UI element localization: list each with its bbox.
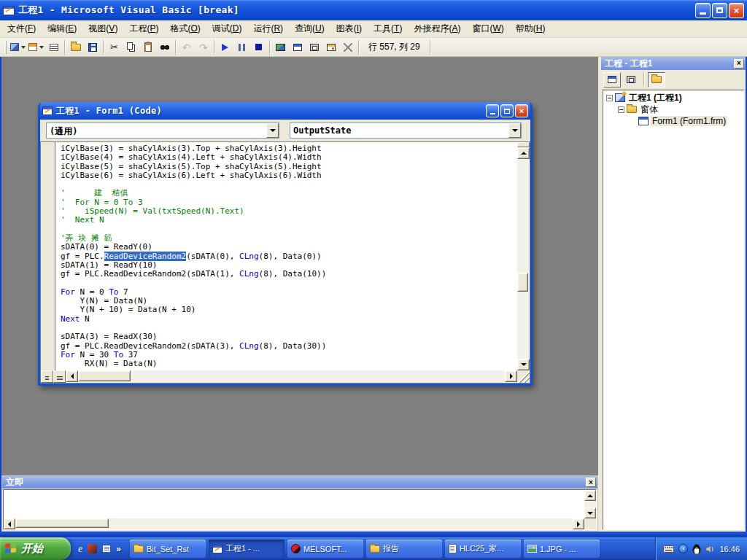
menu-editor-button[interactable] xyxy=(45,39,62,55)
copy-button[interactable] xyxy=(123,39,139,55)
breakpoint-margin[interactable] xyxy=(41,142,55,370)
taskbar-task-folder[interactable]: Bit_Set_Rst xyxy=(130,540,206,558)
cut-button[interactable]: ✂ xyxy=(106,39,123,55)
pause-button[interactable] xyxy=(233,39,250,55)
project-explorer-button[interactable] xyxy=(272,39,289,55)
add-form-button[interactable] xyxy=(27,39,45,55)
scroll-thumb[interactable] xyxy=(517,273,528,292)
project-panel-close-button[interactable]: × xyxy=(734,59,744,69)
scroll-track[interactable] xyxy=(584,501,596,508)
dropdown-arrow-button[interactable] xyxy=(508,123,521,138)
toolbox-button[interactable] xyxy=(339,39,356,55)
scroll-thumb[interactable] xyxy=(15,518,109,528)
minimize-button[interactable] xyxy=(695,3,711,18)
taskbar-task-folder[interactable]: 报告 xyxy=(366,540,442,558)
undo-button[interactable]: ↶ xyxy=(178,39,195,55)
scroll-right-button[interactable] xyxy=(505,370,517,382)
menu-item-p[interactable]: 工程(P) xyxy=(123,20,164,37)
menu-item-u[interactable]: 查询(U) xyxy=(289,20,330,37)
menu-item-a[interactable]: 外接程序(A) xyxy=(408,20,466,37)
keyboard-icon[interactable] xyxy=(663,545,674,553)
immediate-content[interactable] xyxy=(3,489,597,530)
code-restore-button[interactable] xyxy=(500,104,514,117)
code-editor-area[interactable]: iCylBase(3) = shaCylAxis(3).Top + shaCyl… xyxy=(40,141,530,384)
scroll-up-button[interactable] xyxy=(584,490,596,501)
save-button[interactable] xyxy=(84,39,101,55)
taskbar-task-doc[interactable]: HLC25_家... xyxy=(445,540,521,558)
start-button[interactable]: 开始 xyxy=(0,537,71,560)
scroll-track[interactable] xyxy=(517,159,530,359)
ie-icon[interactable]: e xyxy=(78,543,82,555)
download-tray-icon[interactable]: ‹ xyxy=(678,544,688,553)
menu-item-e[interactable]: 编辑(E) xyxy=(42,20,82,37)
scroll-thumb[interactable] xyxy=(78,370,131,381)
tree-expander-minus[interactable] xyxy=(618,106,624,113)
quicklaunch-app-icon[interactable] xyxy=(88,544,97,553)
qq-penguin-icon[interactable] xyxy=(692,544,701,554)
properties-window-button[interactable] xyxy=(289,39,306,55)
tree-item[interactable]: Form1 (Form1.frm) xyxy=(605,115,743,127)
add-form-icon xyxy=(28,43,37,51)
tree-expander-minus[interactable] xyxy=(606,95,613,101)
object-browser-button[interactable] xyxy=(322,39,339,55)
code-close-button[interactable]: × xyxy=(515,104,528,117)
maximize-button[interactable] xyxy=(712,3,727,18)
menu-item-v[interactable]: 视图(V) xyxy=(82,20,123,37)
add-project-button[interactable] xyxy=(9,39,27,55)
paste-button[interactable] xyxy=(139,39,156,55)
immediate-close-button[interactable]: × xyxy=(586,478,596,487)
view-code-button[interactable] xyxy=(603,72,621,88)
object-dropdown[interactable]: (通用) xyxy=(46,122,279,139)
taskbar-task-melsoft[interactable]: MELSOFT... xyxy=(287,540,363,558)
find-button[interactable] xyxy=(156,39,173,55)
split-handle[interactable] xyxy=(517,142,530,147)
menu-item-i[interactable]: 图表(I) xyxy=(330,20,368,37)
taskbar-task-image[interactable]: 1.JPG - ... xyxy=(524,540,600,558)
tree-item[interactable]: 窗体 xyxy=(605,104,743,115)
full-module-view-button[interactable] xyxy=(53,370,66,383)
menu-item-w[interactable]: 窗口(W) xyxy=(466,20,509,37)
open-button[interactable] xyxy=(67,39,84,55)
toggle-folders-button[interactable] xyxy=(648,72,665,88)
form-layout-button[interactable] xyxy=(306,39,322,55)
scroll-track[interactable] xyxy=(131,370,505,383)
scroll-down-button[interactable] xyxy=(517,359,530,370)
stop-button[interactable] xyxy=(250,39,267,55)
view-object-button[interactable] xyxy=(622,72,640,88)
run-button[interactable] xyxy=(217,39,233,55)
code-token: ' Next N xyxy=(61,215,104,225)
add-project-icon xyxy=(10,43,19,51)
immediate-vertical-scrollbar[interactable] xyxy=(584,490,596,518)
menu-item-t[interactable]: 工具(T) xyxy=(368,20,408,37)
menu-item-r[interactable]: 运行(R) xyxy=(247,20,289,37)
close-button[interactable]: × xyxy=(729,3,744,18)
code-token: N = 0 xyxy=(75,287,109,297)
form-icon xyxy=(638,117,649,125)
resize-grip[interactable] xyxy=(517,370,530,383)
volume-icon[interactable] xyxy=(705,545,715,553)
procedure-view-button[interactable] xyxy=(41,370,53,383)
menu-item-o[interactable]: 格式(O) xyxy=(164,20,206,37)
scroll-down-button[interactable] xyxy=(584,508,596,518)
tree-item[interactable]: 工程1 (工程1) xyxy=(605,92,743,104)
menu-item-d[interactable]: 调试(D) xyxy=(206,20,248,37)
scroll-left-button[interactable] xyxy=(66,370,78,382)
explorer-doc-icon[interactable] xyxy=(102,545,111,553)
overflow-chevron[interactable]: » xyxy=(116,544,121,554)
toolbar-grip[interactable] xyxy=(4,41,7,54)
code-text[interactable]: iCylBase(3) = shaCylAxis(3).Top + shaCyl… xyxy=(56,142,517,370)
taskbar-task-vb[interactable]: 工程1 - ... xyxy=(209,540,285,558)
menu-item-f[interactable]: 文件(F) xyxy=(1,20,42,37)
procedure-dropdown[interactable]: OutputState xyxy=(290,122,522,139)
scroll-up-button[interactable] xyxy=(517,147,530,159)
menu-item-h[interactable]: 帮助(H) xyxy=(510,20,551,37)
scroll-right-button[interactable] xyxy=(573,518,584,529)
scroll-left-button[interactable] xyxy=(4,518,15,529)
dropdown-arrow-button[interactable] xyxy=(266,123,279,138)
scroll-track[interactable] xyxy=(109,518,573,529)
code-vertical-scrollbar[interactable] xyxy=(517,142,530,370)
redo-button[interactable]: ↷ xyxy=(195,39,212,55)
code-minimize-button[interactable] xyxy=(486,104,499,117)
clock[interactable]: 16:46 xyxy=(719,545,740,553)
immediate-horizontal-scrollbar[interactable] xyxy=(4,518,584,529)
